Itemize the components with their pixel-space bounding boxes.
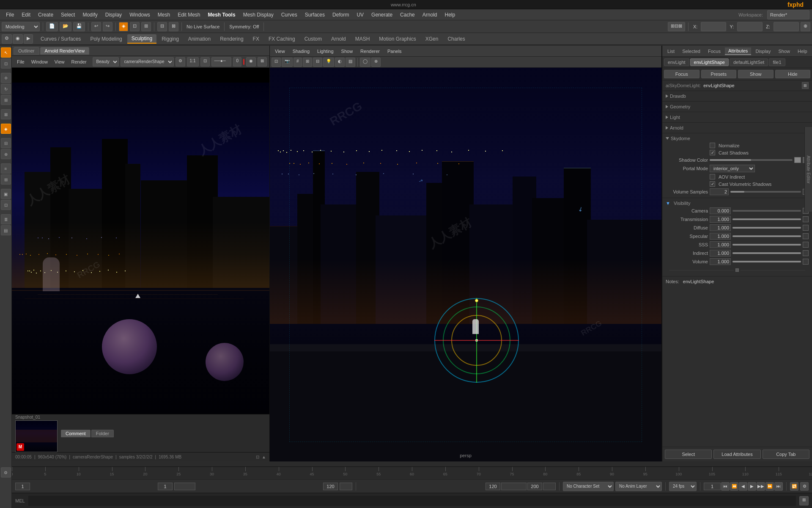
shelf-rigging[interactable]: Rigging [157,35,183,43]
default-light-set-tab[interactable]: defaultLightSet [730,58,768,66]
sss-input[interactable] [710,241,731,248]
arnold-header[interactable]: Arnold [666,124,809,131]
beauty-select[interactable]: Beauty [93,57,119,66]
indirect-input[interactable] [710,250,731,257]
no-anim-layer-select[interactable]: No Anim Layer [615,482,662,491]
file1-tab[interactable]: file1 [769,58,785,66]
vp-light-btn[interactable]: 💡 [323,58,334,67]
attr-list-tab[interactable]: List [664,48,678,55]
env-light-tab[interactable]: envLight [664,58,689,66]
vp-renderer[interactable]: Renderer [357,48,383,55]
command-input[interactable] [28,496,796,506]
volume-input[interactable] [710,258,731,265]
menu-windows[interactable]: Windows [126,11,154,19]
show-btn[interactable]: Show [738,70,774,78]
y-input[interactable] [737,22,763,31]
workspace-select[interactable]: Render* [767,10,809,19]
menu-create[interactable]: Create [35,11,57,19]
presets-btn[interactable]: Presets [701,70,737,78]
sss-slider[interactable] [732,244,801,246]
prev-frame-btn[interactable]: ◀ [739,482,747,491]
snap-grid-btn[interactable]: ⊟ [157,22,167,31]
vp-texture-btn[interactable]: ▤ [346,58,355,67]
shelf-view-btn[interactable]: ◉ [13,34,23,44]
shelf-fxcaching[interactable]: FX Caching [264,35,299,43]
shelf-custom[interactable]: Custom [300,35,326,43]
key-settings-btn[interactable]: ⚙ [800,482,809,491]
vp-grid-btn[interactable]: # [294,58,302,67]
render-options-btn[interactable]: ◉ [246,57,256,66]
light-header[interactable]: Light [666,114,809,121]
shelf-animation[interactable]: Animation [184,35,215,43]
rotate-tool[interactable]: ↻ [1,84,11,94]
lasso-select-tool[interactable]: ⊡ [1,58,11,69]
camera-select[interactable]: cameraRenderShape [121,57,174,66]
vp-shading[interactable]: Shading [289,48,313,55]
focus-btn[interactable]: Focus [664,70,700,78]
next-key-btn[interactable]: ⏩ [765,482,774,491]
visibility-header[interactable]: ▼ Visibility [666,200,809,207]
paint-tool[interactable]: ⊞ [141,22,151,31]
render-view-menu[interactable]: View [52,58,67,65]
menu-edit[interactable]: Edit [18,11,34,19]
menu-meshtools[interactable]: Mesh Tools [205,11,239,19]
timeline-ruler[interactable]: 0510152025303540455055606570758085909510… [12,467,812,479]
attr-display-tab[interactable]: Display [752,48,774,55]
camera-slider[interactable] [732,210,801,212]
curve-snap[interactable]: ⊟ [1,138,11,148]
menu-modify[interactable]: Modify [79,11,101,19]
render-icons[interactable]: ⊞⊟⊠ [668,22,685,31]
save-btn[interactable]: 💾 [73,22,85,31]
copy-tab-btn[interactable]: Copy Tab [763,450,809,459]
right-end-input[interactable] [527,483,542,490]
redo-btn[interactable]: ↪ [103,22,112,31]
shelf-xgen[interactable]: XGen [421,35,443,43]
vp-select-btn[interactable]: ⊡ [272,58,281,67]
attr-attributes-tab[interactable]: Attributes [725,47,751,55]
geometry-header[interactable]: Geometry [666,103,809,110]
hide-btn[interactable]: Hide [775,70,811,78]
x-input[interactable] [701,22,726,31]
menu-mesh[interactable]: Mesh [154,11,173,19]
menu-select[interactable]: Select [58,11,78,19]
shelf-motiongraphics[interactable]: Motion Graphics [375,35,420,43]
indirect-slider[interactable] [732,252,801,254]
comment-tab[interactable]: Comment [61,430,91,437]
diffuse-slider[interactable] [732,227,801,229]
status-close2[interactable]: ▲ [262,455,266,459]
universal-manip[interactable]: ⊠ [1,109,11,119]
shelf-fx[interactable]: FX [249,35,263,43]
extrude-tool[interactable]: ⊡ [1,200,11,210]
shelf-sculpting[interactable]: Sculpting [127,34,156,44]
viewport-canvas[interactable]: ↙ ↗ RRCG 人人素材 RRCG persp [270,68,661,461]
dock-settings[interactable]: ⚙ [1,467,11,478]
menu-uv[interactable]: UV [353,11,367,19]
menu-cache[interactable]: Cache [397,11,418,19]
volume-slider[interactable] [732,261,801,262]
diffuse-end-btn[interactable] [803,225,809,231]
zoom-slider[interactable]: ──●─ [211,57,232,66]
create-poly-tool[interactable]: ▣ [1,189,11,199]
open-file-btn[interactable]: 📂 [60,22,71,31]
cast-vol-checkbox[interactable] [710,181,715,187]
skydome-header[interactable]: Skydome [666,135,809,142]
shelf-settings[interactable]: ⚙ [2,34,12,44]
scroll-thumb[interactable] [735,268,739,272]
menu-help[interactable]: Help [441,11,458,19]
menu-file[interactable]: File [3,11,17,19]
vp-smooth-btn[interactable]: ⊟ [313,58,322,67]
grid-icon-btn[interactable]: ⊞ [799,496,809,505]
shelf-charles[interactable]: Charles [443,35,469,43]
cast-shadows-checkbox[interactable] [710,150,715,155]
drawdb-header[interactable]: Drawdb [666,93,809,99]
attr-focus-tab[interactable]: Focus [705,48,724,55]
go-end-btn[interactable]: ⏭ [774,482,783,491]
shelf-play-btn[interactable]: ▶ [24,34,33,44]
env-light-shape-tab[interactable]: envLightShape [690,58,729,66]
render-settings-btn[interactable]: ⚙ [176,57,185,66]
render-render-menu[interactable]: Render [69,58,89,65]
scale-tool[interactable]: ⊞ [1,95,11,105]
z-input[interactable] [774,22,799,31]
shelf-polymodeling[interactable]: Poly Modeling [86,35,126,43]
attr-show-tab[interactable]: Show [775,48,793,55]
